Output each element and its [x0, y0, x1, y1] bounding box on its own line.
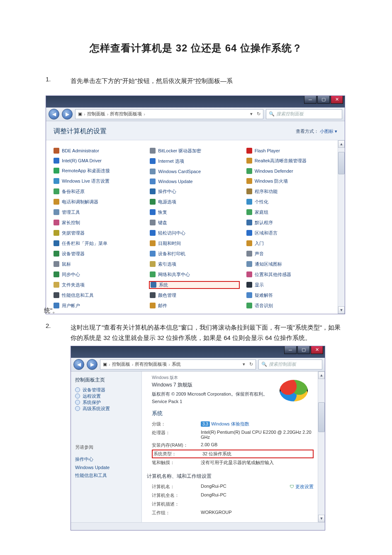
cp-item-icon: [54, 220, 59, 225]
shield-icon: 🛡: [290, 484, 294, 489]
cp-item[interactable]: 网络和共享中心: [150, 271, 239, 278]
cp-item-icon: [150, 261, 156, 267]
see-also-link[interactable]: Windows Update: [75, 465, 137, 470]
cp-item[interactable]: 程序和功能: [246, 188, 335, 195]
cp-item[interactable]: 家庭组: [246, 209, 335, 215]
rating-badge[interactable]: 3.3: [201, 421, 210, 427]
scroll-down-button[interactable]: ▼: [318, 515, 325, 522]
cp-item[interactable]: 备份和还原: [54, 188, 142, 195]
cp-item[interactable]: 声音: [246, 251, 335, 257]
cp-item[interactable]: BitLocker 驱动器加密: [150, 148, 239, 154]
cp-item[interactable]: 家长控制: [54, 220, 142, 226]
system-window: ─ ▢ ✕ ◀ ▶ ▣ › 控制面板 › 所有控制面板项 › 系: [71, 346, 325, 531]
cp-item[interactable]: 文件夹选项: [54, 282, 142, 288]
maximize-button[interactable]: ▢: [297, 346, 310, 354]
cp-item-label: 位置和其他传感器: [255, 271, 291, 278]
cp-item[interactable]: 通知区域图标: [246, 261, 335, 267]
cp-item-label: 日期和时间: [158, 240, 181, 247]
sidebar-link-label: 高级系统设置: [83, 406, 110, 412]
cp-item[interactable]: 电话和调制解调器: [54, 199, 142, 205]
cp-item[interactable]: Windows Live 语言设置: [54, 178, 142, 184]
cp-item[interactable]: 轻松访问中心: [150, 230, 239, 236]
search-input[interactable]: 🔍 搜索控制面板: [258, 359, 322, 369]
cp-item[interactable]: 区域和语言: [246, 230, 335, 236]
see-also-link[interactable]: 操作中心: [75, 456, 137, 462]
cp-item[interactable]: 电源选项: [150, 199, 239, 205]
cp-item[interactable]: 日期和时间: [150, 240, 239, 247]
cp-item-icon: [246, 261, 252, 267]
cp-item[interactable]: 恢复: [150, 209, 239, 215]
cp-item-label: 轻松访问中心: [158, 230, 185, 236]
nav-forward-button[interactable]: ▶: [62, 109, 73, 120]
minimize-button[interactable]: ─: [284, 346, 297, 354]
sidebar-link[interactable]: 系统保护: [75, 399, 137, 406]
scroll-up-button[interactable]: ▲: [338, 140, 345, 148]
cp-item[interactable]: 设备管理器: [54, 251, 142, 257]
cp-item[interactable]: 任务栏和「开始」菜单: [54, 240, 142, 247]
cp-item-label: Flash Player: [255, 148, 280, 153]
close-button[interactable]: ✕: [331, 96, 343, 104]
cp-item[interactable]: 语音识别: [246, 303, 335, 309]
cp-item[interactable]: BDE Administrator: [54, 148, 142, 154]
cp-item[interactable]: 同步中心: [54, 271, 142, 278]
cp-item[interactable]: 性能信息和工具: [54, 292, 142, 298]
cp-item[interactable]: Windows Update: [150, 178, 239, 184]
cp-item[interactable]: 位置和其他传感器: [246, 271, 335, 278]
scroll-down-button[interactable]: ▼: [338, 306, 345, 314]
cp-item[interactable]: 显示: [246, 282, 335, 288]
cp-item-icon: [150, 230, 156, 236]
cp-item[interactable]: 索引选项: [150, 261, 239, 267]
close-button[interactable]: ✕: [311, 346, 323, 354]
maximize-button[interactable]: ▢: [317, 96, 330, 104]
cp-item[interactable]: Windows 防火墙: [246, 178, 335, 184]
cp-item[interactable]: 操作中心: [150, 188, 239, 195]
cp-item[interactable]: 入门: [246, 240, 335, 247]
breadcrumb[interactable]: ▣ › 控制面板 › 所有控制面板项 › 系统 ▾ ↻: [100, 359, 256, 369]
vertical-scrollbar[interactable]: ▲ ▼: [318, 372, 325, 522]
cp-item-icon: [54, 251, 59, 257]
change-settings-link[interactable]: 更改设置: [295, 484, 314, 489]
sidebar-link[interactable]: 高级系统设置: [75, 406, 137, 412]
cp-item[interactable]: 用户帐户: [54, 303, 142, 309]
cp-item[interactable]: 凭据管理器: [54, 230, 142, 236]
cp-item[interactable]: 管理工具: [54, 209, 142, 215]
search-input[interactable]: 🔍 搜索控制面板: [266, 109, 342, 119]
cp-item[interactable]: 个性化: [246, 199, 335, 205]
sidebar-head[interactable]: 控制面板主页: [75, 377, 137, 384]
cp-item-icon: [54, 178, 59, 184]
scroll-up-button[interactable]: ▲: [318, 372, 325, 379]
scroll-thumb[interactable]: [338, 152, 345, 174]
view-mode-dropdown[interactable]: 小图标 ▾: [320, 129, 337, 134]
nav-forward-button[interactable]: ▶: [87, 359, 97, 370]
view-label: 查看方式：: [296, 129, 319, 134]
cp-item[interactable]: 设备和打印机: [150, 251, 239, 257]
scroll-thumb[interactable]: [318, 402, 325, 432]
cp-item[interactable]: Internet 选项: [150, 158, 239, 164]
cp-item[interactable]: 鼠标: [54, 261, 142, 267]
cp-item[interactable]: 颜色管理: [150, 292, 239, 298]
cp-item-label: Windows Live 语言设置: [62, 178, 110, 184]
minimize-button[interactable]: ─: [304, 96, 317, 104]
cp-item[interactable]: Intel(R) GMA Driver: [54, 158, 142, 164]
cp-item[interactable]: RemoteApp 和桌面连接: [54, 168, 142, 174]
sidebar-link[interactable]: 远程设置: [75, 393, 137, 399]
cp-item[interactable]: 疑难解答: [246, 292, 335, 298]
cp-item[interactable]: 系统: [150, 282, 239, 288]
cp-item[interactable]: 默认程序: [246, 220, 335, 226]
cp-item[interactable]: Flash Player: [246, 148, 335, 154]
cp-item[interactable]: 邮件: [150, 303, 239, 309]
cp-item[interactable]: Realtek高清晰音频管理器: [246, 158, 335, 164]
cp-item[interactable]: 键盘: [150, 220, 239, 226]
breadcrumb[interactable]: ▣ › 控制面板 › 所有控制面板项 › ▾ ↻: [75, 109, 263, 119]
cp-item-label: 凭据管理器: [62, 230, 85, 236]
cp-item[interactable]: Windows CardSpace: [150, 169, 239, 174]
bullet-icon: [75, 387, 80, 392]
nav-back-button[interactable]: ◀: [49, 109, 59, 120]
sidebar-link[interactable]: 设备管理器: [75, 387, 137, 393]
cp-item[interactable]: Windows Defender: [246, 168, 335, 174]
vertical-scrollbar[interactable]: ▲ ▼: [338, 140, 345, 314]
see-also-link[interactable]: 性能信息和工具: [75, 472, 137, 479]
nav-back-button[interactable]: ◀: [73, 359, 84, 370]
rating-link[interactable]: Windows 体验指数: [211, 421, 249, 426]
cp-item-label: 电话和调制解调器: [62, 199, 98, 205]
